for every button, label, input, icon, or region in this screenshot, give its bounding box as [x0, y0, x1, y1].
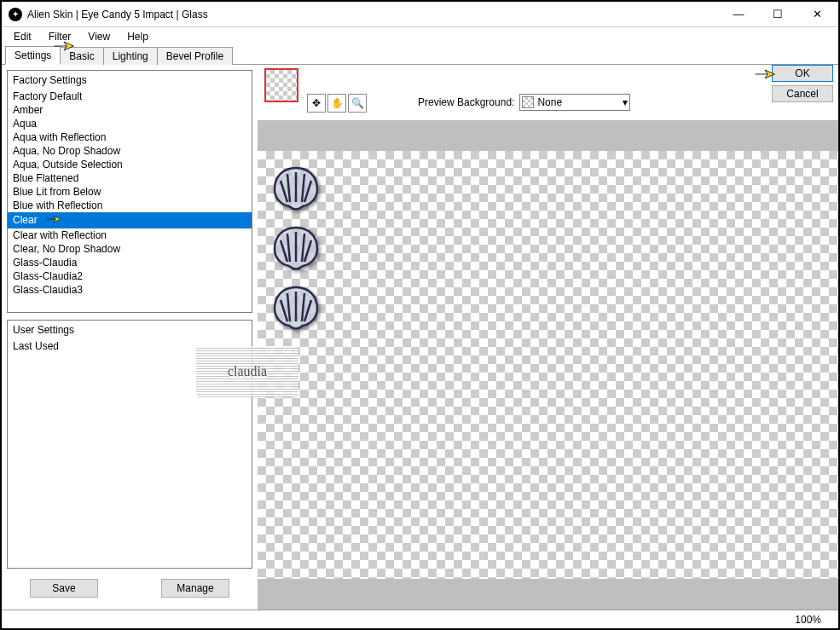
list-item[interactable]: Glass-Claudia3	[8, 283, 252, 297]
window-controls: — ☐ ✕	[719, 3, 837, 26]
close-button[interactable]: ✕	[797, 3, 837, 26]
factory-settings-header: Factory Settings	[8, 71, 252, 90]
move-tool-icon[interactable]: ✥	[307, 94, 326, 113]
ok-button[interactable]: OK	[772, 65, 833, 82]
ok-label: OK	[795, 67, 809, 79]
save-button[interactable]: Save	[30, 579, 98, 598]
user-settings-header: User Settings	[8, 321, 252, 339]
window-title: Alien Skin | Eye Candy 5 Impact | Glass	[27, 9, 208, 20]
maximize-button[interactable]: ☐	[758, 3, 797, 26]
hand-tool-icon[interactable]: ✋	[327, 94, 346, 113]
app-icon: ✦	[9, 8, 22, 21]
list-item[interactable]: Aqua, No Drop Shadow	[8, 144, 252, 158]
list-item[interactable]: Last Used	[8, 339, 252, 353]
list-item[interactable]: Glass-Claudia2	[8, 269, 252, 283]
menu-view[interactable]: View	[79, 29, 119, 44]
pointer-icon	[44, 213, 63, 228]
tabs: Settings Basic Lighting Bevel Profile	[2, 46, 838, 65]
list-item[interactable]: Clear, No Drop Shadow	[8, 242, 252, 256]
menu-filter[interactable]: Filter	[40, 29, 80, 44]
list-item[interactable]: Clear with Reflection	[8, 228, 252, 242]
list-item[interactable]: Blue with Reflection	[8, 199, 252, 212]
shell-preview-2	[270, 223, 322, 270]
manage-button[interactable]: Manage	[161, 579, 229, 598]
tab-bevel-profile[interactable]: Bevel Profile	[157, 47, 233, 65]
preview-panel: OK Cancel ✥ ✋ 🔍 Preview Background:	[258, 65, 838, 610]
list-item[interactable]: Aqua	[8, 117, 252, 130]
list-item[interactable]: Glass-Claudia	[8, 256, 252, 269]
list-item[interactable]: Clear	[8, 212, 252, 228]
settings-panel: Factory Settings Factory DefaultAmberAqu…	[2, 65, 258, 610]
preview-bg-label: Preview Background:	[418, 96, 514, 108]
divider-bar-top	[258, 120, 838, 151]
list-item[interactable]: Blue Flattened	[8, 171, 252, 185]
minimize-button[interactable]: —	[719, 3, 758, 26]
menu-help[interactable]: Help	[119, 29, 157, 44]
menu-edit[interactable]: Edit	[5, 29, 40, 44]
factory-settings-list[interactable]: Factory Settings Factory DefaultAmberAqu…	[7, 70, 252, 313]
preview-canvas[interactable]	[258, 151, 838, 579]
list-item[interactable]: Aqua with Reflection	[8, 130, 252, 144]
thumbnail-strip: ✥ ✋ 🔍 Preview Background: None ▾	[258, 65, 838, 120]
statusbar: 100%	[2, 610, 838, 628]
list-item[interactable]: Factory Default	[8, 90, 252, 103]
list-item[interactable]: Aqua, Outside Selection	[8, 158, 252, 171]
list-item[interactable]: Blue Lit from Below	[8, 185, 252, 199]
cancel-button[interactable]: Cancel	[772, 85, 833, 102]
checker-icon	[522, 96, 534, 108]
divider-bar-bottom	[258, 579, 838, 610]
zoom-level: 100%	[795, 614, 821, 626]
shell-preview-1	[270, 164, 322, 211]
tab-basic[interactable]: Basic	[60, 47, 103, 65]
zoom-tool-icon[interactable]: 🔍	[348, 94, 367, 113]
preview-thumbnail[interactable]	[264, 68, 298, 102]
app-window: ✦ Alien Skin | Eye Candy 5 Impact | Glas…	[0, 0, 840, 630]
preview-bg-select[interactable]: None ▾	[519, 94, 630, 111]
titlebar[interactable]: ✦ Alien Skin | Eye Candy 5 Impact | Glas…	[2, 2, 838, 27]
settings-buttons: Save Manage	[7, 575, 252, 604]
shell-preview-3	[270, 283, 322, 330]
tab-settings[interactable]: Settings	[5, 46, 61, 65]
menubar: Edit Filter View Help	[2, 27, 838, 46]
preview-bg-selected: None	[537, 96, 562, 108]
chevron-down-icon: ▾	[623, 96, 628, 108]
content: Factory Settings Factory DefaultAmberAqu…	[2, 64, 838, 610]
tab-lighting[interactable]: Lighting	[103, 47, 158, 65]
list-item[interactable]: Amber	[8, 103, 252, 117]
user-settings-list[interactable]: User Settings Last Used	[7, 320, 252, 569]
